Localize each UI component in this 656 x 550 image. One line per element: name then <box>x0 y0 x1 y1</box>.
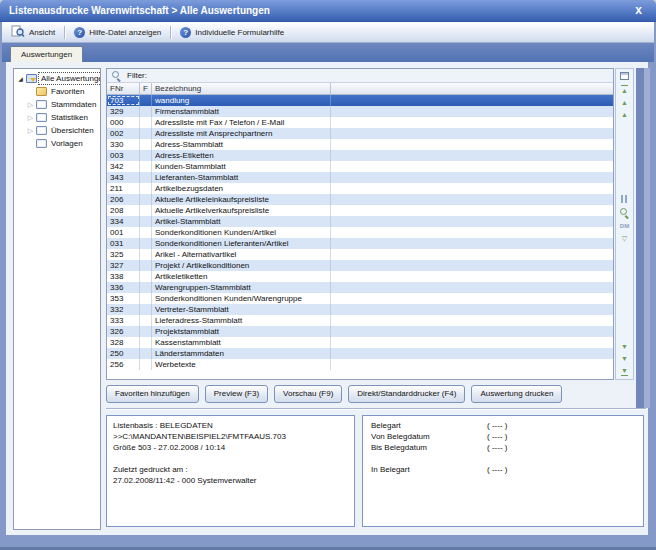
cell-spacer <box>331 150 613 161</box>
toolbar: Ansicht Hilfe-Datei anzeigen Individuell… <box>2 22 654 43</box>
table-row[interactable]: 329Firmenstammblatt <box>107 106 613 117</box>
scroll-to-bottom-icon[interactable]: ▼ <box>621 367 628 376</box>
tree-collapsed-icon[interactable]: ▷ <box>26 101 35 109</box>
scroll-up-icon[interactable]: ▲ <box>621 111 628 118</box>
beleg-field-value: ( ---- ) <box>487 464 507 475</box>
scroll-to-top-icon[interactable]: ▲ <box>621 85 628 94</box>
sidebar-item-übersichten[interactable]: ▷Übersichten <box>14 124 100 137</box>
scroll-up-icon[interactable]: ▲ <box>621 99 628 106</box>
column-header-f[interactable]: F <box>140 83 152 94</box>
close-icon[interactable]: x <box>635 0 642 20</box>
sidebar-item-label: Vorlagen <box>49 138 85 149</box>
cell-fnr: 703 <box>107 95 140 106</box>
cell-f <box>140 150 152 161</box>
cell-spacer <box>331 359 613 370</box>
cell-bezeichnung: Vertreter-Stammblatt <box>152 304 331 315</box>
table-row[interactable]: 333Lieferadress-Stammblatt <box>107 315 613 326</box>
preview-f3-button[interactable]: Preview (F3) <box>205 385 268 403</box>
table-row[interactable]: 211Artikelbezugsdaten <box>107 183 613 194</box>
table-row[interactable]: 353Sonderkonditionen Kunden/Warengruppe <box>107 293 613 304</box>
table-row[interactable]: 003Adress-Etiketten <box>107 150 613 161</box>
folder-icon <box>36 113 47 122</box>
scroll-down-icon[interactable]: ▼ <box>621 343 628 350</box>
cell-fnr: 326 <box>107 326 140 337</box>
filter-bar[interactable]: Filter: <box>107 69 613 83</box>
customize-grid-icon[interactable] <box>620 72 629 80</box>
table-row[interactable]: 002Adressliste mit Ansprechpartnern <box>107 128 613 139</box>
sidebar-item-vorlagen[interactable]: Vorlagen <box>14 137 100 150</box>
cell-spacer <box>331 260 613 271</box>
sidebar-item-alle-auswertungen[interactable]: ◢Alle Auswertungen <box>14 72 100 85</box>
sidebar-item-label: Stammdaten <box>49 99 98 110</box>
cell-f <box>140 139 152 150</box>
table-row[interactable]: 031Sonderkonditionen Lieferanten/Artikel <box>107 238 613 249</box>
columns-icon[interactable] <box>621 195 629 203</box>
table-row[interactable]: 250Länderstammdaten <box>107 348 613 359</box>
vorschau-f9-button[interactable]: Vorschau (F9) <box>274 385 342 403</box>
cell-spacer <box>331 293 613 304</box>
cell-f <box>140 128 152 139</box>
cell-fnr: 336 <box>107 282 140 293</box>
search-icon[interactable] <box>620 208 630 218</box>
folder-icon <box>36 100 47 109</box>
formularhilfe-button[interactable]: Individuelle Formularhilfe <box>175 26 289 39</box>
table-row[interactable]: 325Arikel - Alternativartikel <box>107 249 613 260</box>
cell-fnr: 343 <box>107 172 140 183</box>
sidebar-item-statistiken[interactable]: ▷Statistiken <box>14 111 100 124</box>
cell-f <box>140 337 152 348</box>
table-row[interactable]: 703wandlung <box>107 95 613 106</box>
favoriten-hinzufügen-button[interactable]: Favoriten hinzufügen <box>106 385 199 403</box>
currency-dm-icon[interactable]: DM <box>620 223 629 230</box>
table-row[interactable]: 330Adress-Stammblatt <box>107 139 613 150</box>
grid-side-toolbar: ▲▲▲DM▽▼▼▼ <box>615 68 634 380</box>
sidebar-item-stammdaten[interactable]: ▷Stammdaten <box>14 98 100 111</box>
cell-f <box>140 304 152 315</box>
cell-fnr: 003 <box>107 150 140 161</box>
cell-bezeichnung: Lieferadress-Stammblatt <box>152 315 331 326</box>
sidebar-item-favoriten[interactable]: Favoriten <box>14 85 100 98</box>
scroll-down-icon[interactable]: ▼ <box>621 355 628 362</box>
table-row[interactable]: 326Projektstammblatt <box>107 326 613 337</box>
hilfe-datei-button[interactable]: Hilfe-Datei anzeigen <box>69 26 166 39</box>
table-row[interactable]: 338Artikeletiketten <box>107 271 613 282</box>
table-row[interactable]: 332Vertreter-Stammblatt <box>107 304 613 315</box>
toolbar-separator <box>170 26 171 39</box>
tree-expanded-icon[interactable]: ◢ <box>16 75 25 82</box>
auswertung-drucken-button[interactable]: Auswertung drucken <box>471 385 562 403</box>
tab-auswertungen[interactable]: Auswertungen <box>10 46 83 62</box>
table-row[interactable]: 001Sonderkonditionen Kunden/Artikel <box>107 227 613 238</box>
table-row[interactable]: 208Aktuelle Artikelverkaufspreisliste <box>107 205 613 216</box>
cell-f <box>140 95 152 106</box>
tree-collapsed-icon[interactable]: ▷ <box>26 114 35 122</box>
beleg-field-value: ( ---- ) <box>487 420 507 431</box>
cell-f <box>140 326 152 337</box>
cell-fnr: 342 <box>107 161 140 172</box>
cell-fnr: 208 <box>107 205 140 216</box>
beleg-field-value: ( ---- ) <box>487 442 507 453</box>
cell-bezeichnung: Artikeletiketten <box>152 271 331 282</box>
favorites-icon <box>36 87 47 96</box>
filter-funnel-icon[interactable]: ▽ <box>622 235 627 242</box>
column-header-fnr[interactable]: FNr <box>107 83 140 94</box>
cell-bezeichnung: Kunden-Stammblatt <box>152 161 331 172</box>
filter-view-icon <box>26 74 37 83</box>
table-row[interactable]: 206Aktuelle Artikeleinkaufspreisliste <box>107 194 613 205</box>
table-row[interactable]: 000Adressliste mit Fax / Telefon / E-Mai… <box>107 117 613 128</box>
cell-fnr: 206 <box>107 194 140 205</box>
table-row[interactable]: 343Lieferanten-Stammblatt <box>107 172 613 183</box>
tree-collapsed-icon[interactable]: ▷ <box>26 127 35 135</box>
cell-f <box>140 183 152 194</box>
table-row[interactable]: 342Kunden-Stammblatt <box>107 161 613 172</box>
table-row[interactable]: 336Warengruppen-Stammblatt <box>107 282 613 293</box>
cell-bezeichnung: wandlung <box>152 95 331 106</box>
table-row[interactable]: 334Artikel-Stammblatt <box>107 216 613 227</box>
ansicht-button[interactable]: Ansicht <box>6 24 60 41</box>
direkt-standarddrucker-f4-button[interactable]: Direkt/Standarddrucker (F4) <box>348 385 465 403</box>
cell-bezeichnung: Artikelbezugsdaten <box>152 183 331 194</box>
table-row[interactable]: 256Werbetexte <box>107 359 613 370</box>
column-header-bezeichnung[interactable]: Bezeichnung <box>152 83 331 94</box>
table-row[interactable]: 328Kassenstammblatt <box>107 337 613 348</box>
hilfe-datei-button-label: Hilfe-Datei anzeigen <box>89 28 161 37</box>
table-row[interactable]: 327Projekt / Artikelkonditionen <box>107 260 613 271</box>
cell-bezeichnung: Adressliste mit Ansprechpartnern <box>152 128 331 139</box>
